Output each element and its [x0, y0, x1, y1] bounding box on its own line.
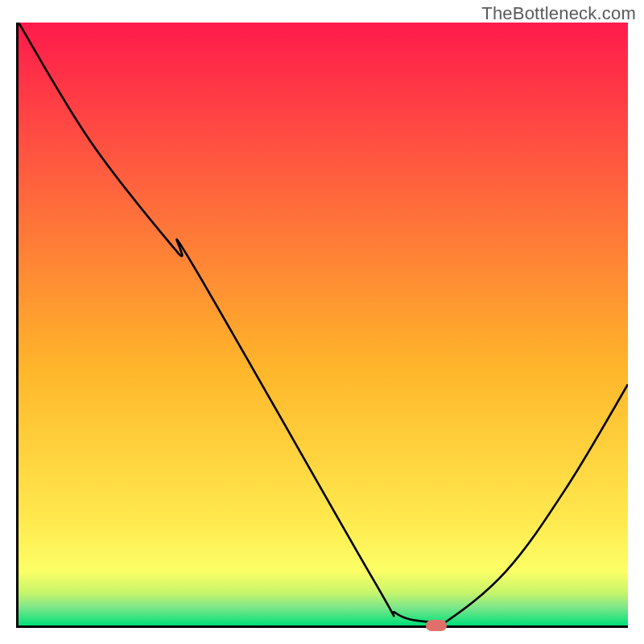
watermark-text: TheBottleneck.com [481, 3, 636, 24]
chart-selected-marker [426, 620, 447, 631]
chart-curve [19, 23, 628, 625]
chart-plot-area [16, 23, 628, 628]
